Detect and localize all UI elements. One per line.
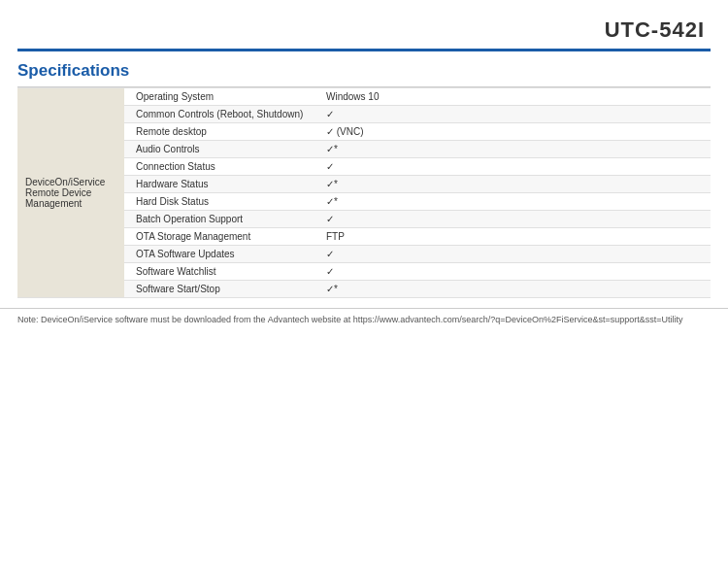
value-cell: ✓ (VNC) xyxy=(318,123,711,141)
value-cell: ✓ xyxy=(318,158,711,176)
value-cell: Windows 10 xyxy=(318,88,711,106)
specs-section: Specifications DeviceOn/iServiceRemote D… xyxy=(0,51,728,306)
feature-cell: OTA Software Updates xyxy=(124,246,318,263)
table-row: DeviceOn/iServiceRemote Device Managemen… xyxy=(17,88,711,106)
specs-heading: Specifications xyxy=(17,61,711,87)
specs-table: DeviceOn/iServiceRemote Device Managemen… xyxy=(17,87,711,298)
header-bar: UTC-542I xyxy=(0,0,728,49)
value-cell: ✓* xyxy=(318,193,711,211)
category-label: DeviceOn/iServiceRemote Device Managemen… xyxy=(25,177,105,209)
page-container: UTC-542I Specifications DeviceOn/iServic… xyxy=(0,0,728,574)
feature-cell: Common Controls (Reboot, Shutdown) xyxy=(124,106,318,123)
product-title: UTC-542I xyxy=(605,17,705,43)
feature-cell: Software Start/Stop xyxy=(124,281,318,298)
feature-cell: OTA Storage Management xyxy=(124,228,318,246)
value-cell: ✓ xyxy=(318,263,711,281)
feature-cell: Software Watchlist xyxy=(124,263,318,281)
value-cell: ✓* xyxy=(318,176,711,193)
value-cell: FTP xyxy=(318,228,711,246)
value-cell: ✓* xyxy=(318,141,711,158)
feature-cell: Remote desktop xyxy=(124,123,318,141)
feature-cell: Audio Controls xyxy=(124,141,318,158)
value-cell: ✓ xyxy=(318,211,711,228)
category-cell: DeviceOn/iServiceRemote Device Managemen… xyxy=(17,88,124,298)
feature-cell: Hardware Status xyxy=(124,176,318,193)
value-cell: ✓* xyxy=(318,281,711,298)
feature-cell: Operating System xyxy=(124,88,318,106)
feature-cell: Batch Operation Support xyxy=(124,211,318,228)
note-text: Note: DeviceOn/iService software must be… xyxy=(0,308,728,330)
value-cell: ✓ xyxy=(318,246,711,263)
feature-cell: Hard Disk Status xyxy=(124,193,318,211)
feature-cell: Connection Status xyxy=(124,158,318,176)
value-cell: ✓ xyxy=(318,106,711,123)
